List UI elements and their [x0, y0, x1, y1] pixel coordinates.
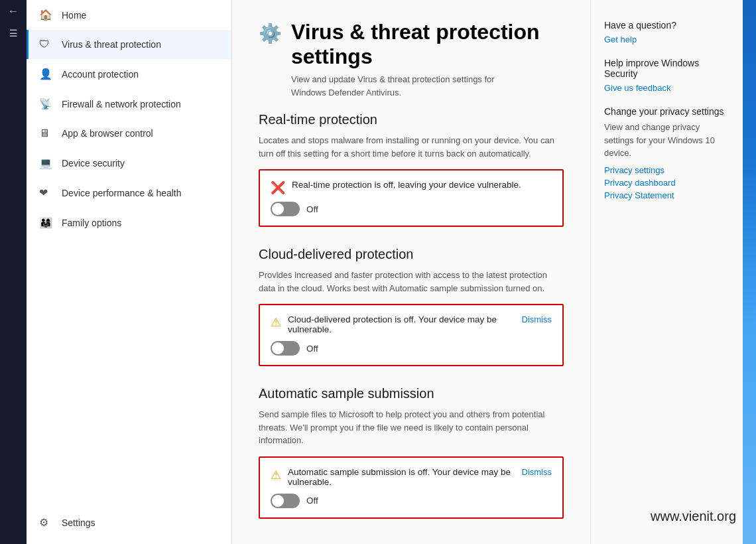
section-title-sample: Automatic sample submission	[259, 386, 564, 401]
account-label: Account protection	[62, 69, 139, 80]
settings-icon: ⚙	[39, 516, 54, 529]
error-icon: ❌	[271, 180, 285, 195]
appbrowser-icon: 🖥	[39, 127, 54, 139]
appbrowser-label: App & browser control	[62, 128, 153, 139]
nav-item-devhealth[interactable]: ❤ Device performance & health	[27, 178, 231, 208]
warning-icon: ⚠	[271, 315, 281, 330]
page-title-area: ⚙️ Virus & threat protection settings Vi…	[259, 20, 564, 99]
devhealth-icon: ❤	[39, 186, 54, 199]
account-icon: 👤	[39, 68, 54, 80]
nav-item-account[interactable]: 👤 Account protection	[27, 59, 231, 89]
nav-item-devicesec[interactable]: 💻 Device security	[27, 148, 231, 178]
section-desc-realtime: Locates and stops malware from installin…	[259, 134, 564, 160]
section-realtime: Real-time protection Locates and stops m…	[259, 112, 564, 227]
family-icon: 👨‍👩‍👧	[39, 216, 54, 229]
devicesec-icon: 💻	[39, 157, 54, 169]
section-desc-sample: Send sample files to Microsoft to help p…	[259, 408, 564, 447]
alert-box-realtime: ❌ Real-time protection is off, leaving y…	[259, 169, 564, 227]
right-panel: Have a question? Get help Help improve W…	[590, 0, 743, 544]
nav-item-home[interactable]: 🏠 Home	[27, 0, 231, 30]
nav-item-virus[interactable]: 🛡 Virus & threat protection	[27, 30, 231, 59]
section-sample: Automatic sample submission Send sample …	[259, 386, 564, 519]
hamburger-button[interactable]: ☰	[9, 28, 18, 38]
devicesec-label: Device security	[62, 158, 125, 169]
virus-label: Virus & threat protection	[62, 39, 161, 50]
alert-box-sample: ⚠ Automatic sample submission is off. Yo…	[259, 456, 564, 519]
virus-icon: 🛡	[39, 38, 54, 50]
warning-icon: ⚠	[271, 468, 281, 482]
windows-edge-decoration	[743, 0, 756, 544]
nav-item-firewall[interactable]: 📡 Firewall & network protection	[27, 89, 231, 119]
dismiss-link-sample[interactable]: Dismiss	[522, 467, 552, 477]
alert-box-cloud: ⚠ Cloud-delivered protection is off. You…	[259, 304, 564, 366]
settings-nav-item[interactable]: ⚙ Settings	[27, 508, 106, 537]
toggle-cloud[interactable]	[271, 341, 300, 356]
privacy-desc: View and change privacy settings for you…	[604, 121, 729, 160]
home-icon: 🏠	[39, 9, 54, 21]
page-title-icon: ⚙️	[259, 23, 282, 44]
alert-text-cloud: Cloud-delivered protection is off. Your …	[288, 314, 515, 334]
sidebar-stripe: ← ☰	[0, 0, 27, 544]
privacy-link-1[interactable]: Privacy dashboard	[604, 178, 729, 188]
page-subtitle: View and update Virus & threat protectio…	[291, 73, 540, 99]
feedback-link[interactable]: Give us feedback	[604, 83, 729, 93]
firewall-icon: 📡	[39, 98, 54, 110]
nav-item-appbrowser[interactable]: 🖥 App & browser control	[27, 119, 231, 148]
get-help-link[interactable]: Get help	[604, 34, 729, 44]
back-button[interactable]: ←	[8, 5, 19, 17]
section-title-realtime: Real-time protection	[259, 112, 564, 127]
toggle-label-realtime: Off	[306, 204, 318, 214]
page-title: Virus & threat protection settings	[291, 20, 540, 69]
firewall-label: Firewall & network protection	[62, 99, 181, 109]
improve-title: Help improve Windows Security	[604, 58, 729, 79]
family-label: Family options	[62, 218, 121, 228]
dismiss-link-cloud[interactable]: Dismiss	[522, 314, 552, 324]
settings-nav-label: Settings	[62, 517, 95, 528]
privacy-link-0[interactable]: Privacy settings	[604, 165, 729, 175]
section-cloud: Cloud-delivered protection Provides incr…	[259, 247, 564, 366]
nav-item-family[interactable]: 👨‍👩‍👧 Family options	[27, 208, 231, 238]
toggle-sample[interactable]	[271, 494, 300, 508]
home-label: Home	[62, 10, 86, 21]
alert-text-sample: Automatic sample submission is off. Your…	[288, 467, 515, 487]
privacy-title: Change your privacy settings	[604, 106, 729, 117]
devhealth-label: Device performance & health	[62, 188, 182, 198]
main-content-area: ⚙️ Virus & threat protection settings Vi…	[232, 0, 590, 544]
toggle-realtime[interactable]	[271, 202, 300, 216]
privacy-link-2[interactable]: Privacy Statement	[604, 190, 729, 200]
section-desc-cloud: Provides increased and faster protection…	[259, 269, 564, 295]
toggle-label-sample: Off	[306, 496, 318, 506]
help-title: Have a question?	[604, 20, 729, 31]
section-title-cloud: Cloud-delivered protection	[259, 247, 564, 262]
navigation-sidebar: 🏠 Home 🛡 Virus & threat protection 👤 Acc…	[27, 0, 232, 544]
toggle-label-cloud: Off	[306, 344, 318, 354]
alert-text-realtime: Real-time protection is off, leaving you…	[292, 180, 552, 190]
